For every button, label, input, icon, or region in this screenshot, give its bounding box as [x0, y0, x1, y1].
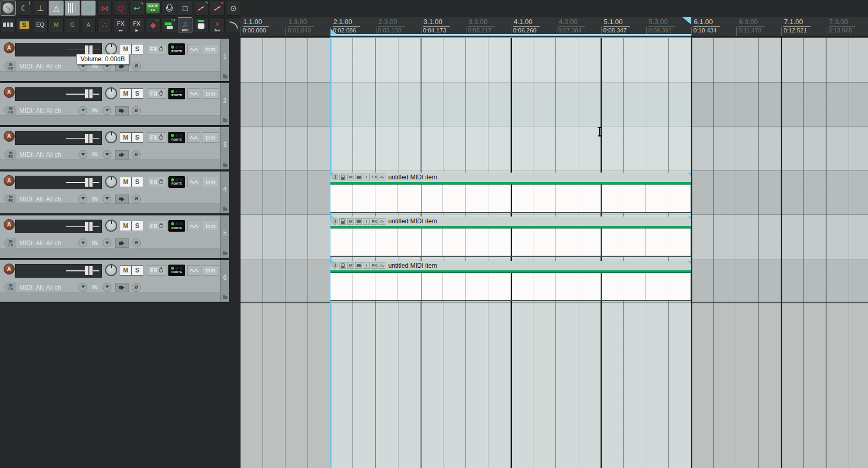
record-arm-button[interactable]: A — [4, 42, 15, 53]
item-lock-icon[interactable] — [339, 174, 346, 180]
record-arm-button[interactable]: A — [4, 175, 15, 186]
track-input-label[interactable]: MIDI: All: All ch — [19, 239, 61, 247]
solo-button[interactable]: S — [131, 177, 143, 187]
phase-button[interactable]: ø — [132, 195, 141, 203]
solo-defeat-icon[interactable]: S — [17, 17, 32, 32]
midi-item-body[interactable] — [330, 229, 691, 257]
track-input-label[interactable]: MIDI: All: All ch — [19, 284, 61, 291]
envelope-add-icon[interactable]: * — [194, 1, 209, 16]
volume-fader-handle[interactable] — [85, 89, 93, 99]
record-arm-button[interactable]: A — [4, 219, 15, 230]
track-input-label[interactable]: MIDI: All: All ch — [19, 107, 61, 115]
marker-diamond-icon[interactable]: ◆← — [145, 17, 161, 32]
fx-button[interactable]: FX — [147, 265, 166, 276]
track-panel[interactable]: AMSFXROUTEtrimINFXMIDI: All: All chINø6 — [0, 260, 229, 303]
volume-fader[interactable] — [15, 176, 102, 189]
midi-editor-icon[interactable]: ♫MIDI — [178, 17, 193, 32]
fade-curve-icon[interactable] — [226, 17, 241, 32]
pan-knob[interactable] — [105, 131, 117, 143]
monitor-dropdown[interactable] — [102, 106, 111, 115]
input-fx-badge[interactable]: INFX — [3, 61, 16, 71]
volume-fader-handle[interactable] — [85, 222, 93, 232]
track-input-label[interactable]: MIDI: All: All ch — [19, 151, 61, 158]
item-fx-icon[interactable]: FX — [371, 262, 378, 269]
midi-item-body[interactable] — [330, 185, 691, 213]
record-monitor-button[interactable] — [115, 106, 129, 116]
record-monitor-button[interactable] — [115, 195, 129, 204]
input-dropdown[interactable] — [78, 283, 87, 292]
ruler-mark[interactable]: 1.3.000:01.043 — [285, 18, 330, 37]
input-fx-badge[interactable]: INFX — [3, 106, 16, 116]
pan-knob[interactable] — [105, 264, 117, 276]
phase-button[interactable]: ø — [132, 106, 141, 115]
item-envelope-icon[interactable]: ⋈ — [97, 1, 112, 16]
track-input-label[interactable]: MIDI: All: All ch — [19, 63, 61, 70]
track-number-strip[interactable]: 6 — [220, 260, 229, 302]
mute-button[interactable]: M — [120, 88, 132, 99]
item-notes-icon[interactable] — [355, 218, 362, 225]
trim-mode-button[interactable]: trim — [202, 221, 219, 231]
input-fx-badge[interactable]: INFX — [3, 282, 16, 292]
track-panel[interactable]: AMSFXROUTEtrimINFXMIDI: All: All chINø5 — [0, 215, 229, 259]
midi-item[interactable]: MiFXuntitled MIDI item — [330, 173, 691, 214]
monitor-dropdown[interactable] — [102, 195, 111, 203]
item-properties-icon[interactable]: i — [363, 174, 370, 180]
quantize-icon[interactable]: Q — [113, 1, 129, 16]
item-envelope-icon[interactable] — [379, 262, 385, 269]
record-mic-icon[interactable] — [162, 1, 177, 16]
volume-fader[interactable] — [15, 220, 102, 233]
item-lock-icon[interactable] — [339, 218, 346, 225]
cleanup-icon[interactable]: ⊥ — [33, 1, 48, 16]
input-fx-badge[interactable]: INFX — [3, 150, 16, 159]
fx-button[interactable]: FX — [147, 221, 166, 231]
item-lock-icon[interactable] — [339, 262, 346, 269]
envelope-remove-icon[interactable]: × — [210, 1, 225, 16]
knob-icon[interactable]: ⊙ — [226, 1, 241, 16]
pan-knob[interactable] — [105, 87, 117, 99]
volume-fader[interactable] — [15, 87, 102, 101]
item-mute-icon[interactable]: M — [347, 262, 354, 269]
no-send-icon[interactable]: ×Snd — [210, 17, 225, 32]
item-fx-icon[interactable]: FX — [371, 218, 378, 225]
trim-mode-button[interactable]: trim — [202, 44, 219, 54]
monitor-dropdown[interactable] — [102, 238, 111, 247]
track-panel[interactable]: AMSFXROUTEtrimINFXMIDI: All: All chINø4 — [0, 172, 229, 215]
midi-item-body[interactable] — [330, 273, 691, 301]
item-mute-icon[interactable]: M — [347, 218, 354, 225]
fx-button[interactable]: FX — [147, 132, 166, 143]
track-envelope-button[interactable] — [187, 221, 200, 231]
midi-item-header[interactable]: MiFXuntitled MIDI item — [330, 216, 691, 226]
monitor-dropdown[interactable] — [102, 150, 111, 159]
metronome-icon[interactable]: △╱ — [49, 1, 64, 16]
input-quantize-icon[interactable]: ↩~ — [129, 1, 144, 16]
ruler-mark[interactable]: 1.1.000:00.000 — [241, 18, 285, 37]
volume-fader-handle[interactable] — [85, 266, 93, 276]
track-envelope-button[interactable] — [187, 88, 200, 99]
trim-mode-button[interactable]: trim — [202, 177, 219, 187]
envelope-points-icon[interactable]: ∴ — [97, 17, 112, 32]
record-arm-button[interactable]: A — [4, 264, 15, 275]
midi-item-header[interactable]: MiFXuntitled MIDI item — [330, 261, 691, 270]
midi-item[interactable]: MiFXuntitled MIDI item — [330, 216, 691, 258]
mute-button[interactable]: M — [120, 44, 132, 54]
input-dropdown[interactable] — [78, 150, 87, 159]
input-dropdown[interactable] — [78, 195, 87, 203]
trim-mode-button[interactable]: trim — [202, 132, 219, 143]
razor-edit-icon[interactable] — [1, 17, 16, 32]
ruler-mark[interactable]: 7.1.000:12.521 — [781, 18, 826, 37]
item-properties-icon[interactable]: i — [363, 262, 370, 269]
item-properties-icon[interactable]: i — [363, 218, 370, 225]
input-dropdown[interactable] — [78, 238, 87, 247]
monitor-dropdown[interactable] — [102, 283, 111, 292]
item-notes-icon[interactable] — [355, 262, 362, 269]
item-mute-icon[interactable]: M — [347, 174, 354, 180]
phase-button[interactable]: ø — [132, 62, 141, 71]
record-monitor-button[interactable] — [115, 238, 129, 248]
solo-button[interactable]: S — [131, 44, 143, 54]
media-explorer-icon[interactable]: ☾i — [17, 1, 32, 16]
track-envelope-button[interactable] — [187, 132, 200, 143]
mute-button[interactable]: M — [120, 265, 132, 276]
pan-knob[interactable] — [105, 43, 117, 55]
volume-fader-handle[interactable] — [85, 177, 93, 187]
record-arm-button[interactable]: A — [4, 87, 15, 98]
